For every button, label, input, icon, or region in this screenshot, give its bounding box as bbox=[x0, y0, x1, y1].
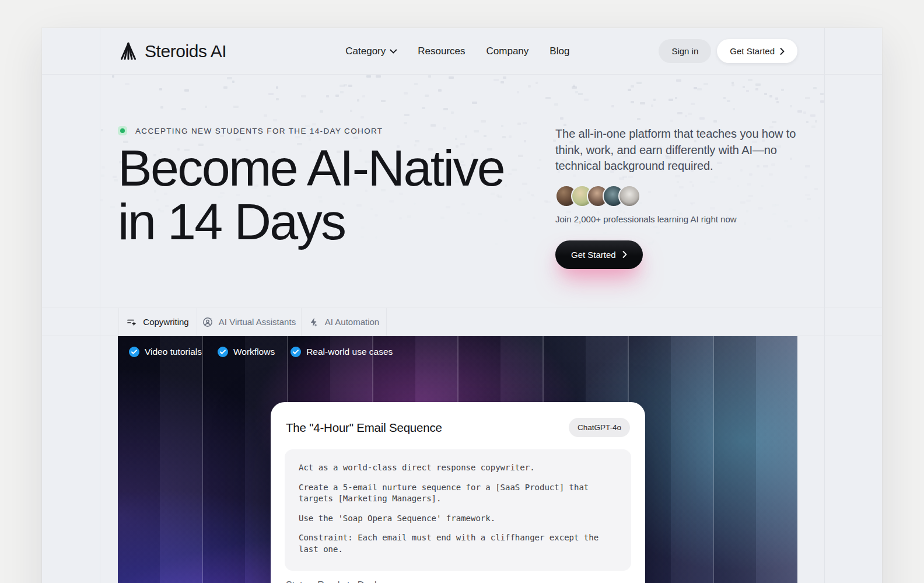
hero-title-line1: Become AI-Native bbox=[118, 139, 504, 197]
bolt-icon bbox=[309, 317, 319, 327]
hero-title: Become AI-Native in 14 Days bbox=[118, 141, 504, 249]
prompt-card-title: The "4-Hour" Email Sequence bbox=[286, 421, 442, 435]
showcase-image: Video tutorials Workflows Real-world use… bbox=[118, 336, 797, 583]
tab-ai-virtual-assistants[interactable]: AI Virtual Assistants bbox=[197, 308, 302, 336]
hero-right: The all-in-one platform that teaches you… bbox=[555, 126, 803, 269]
chevron-down-icon bbox=[390, 49, 397, 54]
tab-ai-automation-label: AI Automation bbox=[325, 317, 379, 327]
nav-blog-label: Blog bbox=[550, 46, 569, 57]
header: Steroids AI Category Resources Company B… bbox=[42, 28, 882, 75]
check-icon bbox=[218, 347, 228, 357]
model-badge: ChatGPT-4o bbox=[569, 418, 630, 437]
feature-label: Real-world use cases bbox=[306, 347, 393, 357]
prompt-line: Create a 5-email nurture sequence for a … bbox=[299, 482, 617, 505]
header-actions: Sign in Get Started bbox=[659, 39, 797, 63]
pen-sparkle-icon bbox=[127, 317, 137, 327]
avatar-group bbox=[555, 185, 803, 207]
feature-label: Video tutorials bbox=[145, 347, 202, 357]
tab-copywriting[interactable]: Copywriting bbox=[118, 308, 197, 336]
brand-logo[interactable]: Steroids AI bbox=[118, 41, 226, 62]
get-started-button-header[interactable]: Get Started bbox=[717, 39, 797, 63]
nav-company[interactable]: Company bbox=[487, 46, 529, 57]
avatar bbox=[618, 185, 640, 207]
status-dot-icon bbox=[118, 126, 127, 135]
nav-company-label: Company bbox=[487, 46, 529, 57]
sign-in-button[interactable]: Sign in bbox=[659, 39, 711, 63]
prompt-line: Act as a world-class direct response cop… bbox=[299, 462, 617, 474]
category-tabs: Copywriting AI Virtual Assistants AI Aut… bbox=[42, 308, 882, 336]
hero-section: ACCEPTING NEW STUDENTS FOR THE 14-DAY CO… bbox=[42, 75, 882, 308]
feature-video-tutorials: Video tutorials bbox=[129, 347, 202, 357]
tab-copywriting-label: Copywriting bbox=[143, 317, 188, 327]
chevron-right-icon bbox=[622, 251, 627, 258]
prompt-text: Act as a world-class direct response cop… bbox=[285, 449, 631, 571]
feature-real-world-use-cases: Real-world use cases bbox=[290, 347, 393, 357]
main-surface: Steroids AI Category Resources Company B… bbox=[42, 28, 882, 583]
chevron-right-icon bbox=[780, 48, 785, 55]
check-icon bbox=[290, 347, 301, 357]
main-nav: Category Resources Company Blog bbox=[345, 28, 569, 75]
brand-logo-icon bbox=[118, 41, 139, 62]
status-text: Status: Ready to Deploy bbox=[271, 571, 645, 583]
cohort-badge-label: ACCEPTING NEW STUDENTS FOR THE 14-DAY CO… bbox=[135, 127, 383, 135]
hero-description: The all-in-one platform that teaches you… bbox=[555, 126, 803, 174]
nav-resources-label: Resources bbox=[418, 46, 465, 57]
get-started-label: Get Started bbox=[730, 46, 775, 56]
prompt-line: Constraint: Each email must end with a c… bbox=[299, 532, 617, 555]
prompt-line: Use the 'Soap Opera Sequence' framework. bbox=[299, 513, 617, 525]
check-icon bbox=[129, 347, 139, 357]
nav-blog[interactable]: Blog bbox=[550, 46, 569, 57]
hero-cta-label: Get Started bbox=[571, 250, 616, 260]
hero-title-line2: in 14 Days bbox=[118, 193, 345, 250]
assistant-icon bbox=[202, 317, 213, 327]
nav-category[interactable]: Category bbox=[345, 46, 397, 57]
hero-get-started-button[interactable]: Get Started bbox=[555, 240, 643, 269]
feature-label: Workflows bbox=[233, 347, 275, 357]
tab-ai-virtual-assistants-label: AI Virtual Assistants bbox=[219, 317, 296, 327]
brand-name: Steroids AI bbox=[145, 41, 226, 61]
prompt-card-header: The "4-Hour" Email Sequence ChatGPT-4o bbox=[271, 402, 645, 449]
cohort-badge: ACCEPTING NEW STUDENTS FOR THE 14-DAY CO… bbox=[118, 126, 504, 135]
social-proof-text: Join 2,000+ professionals learning AI ri… bbox=[555, 214, 803, 224]
feature-list: Video tutorials Workflows Real-world use… bbox=[129, 347, 393, 357]
prompt-card: The "4-Hour" Email Sequence ChatGPT-4o A… bbox=[271, 402, 645, 583]
nav-category-label: Category bbox=[345, 46, 386, 57]
feature-workflows: Workflows bbox=[218, 347, 275, 357]
hero-left: ACCEPTING NEW STUDENTS FOR THE 14-DAY CO… bbox=[118, 126, 504, 249]
nav-resources[interactable]: Resources bbox=[418, 46, 465, 57]
tab-ai-automation[interactable]: AI Automation bbox=[302, 308, 387, 336]
